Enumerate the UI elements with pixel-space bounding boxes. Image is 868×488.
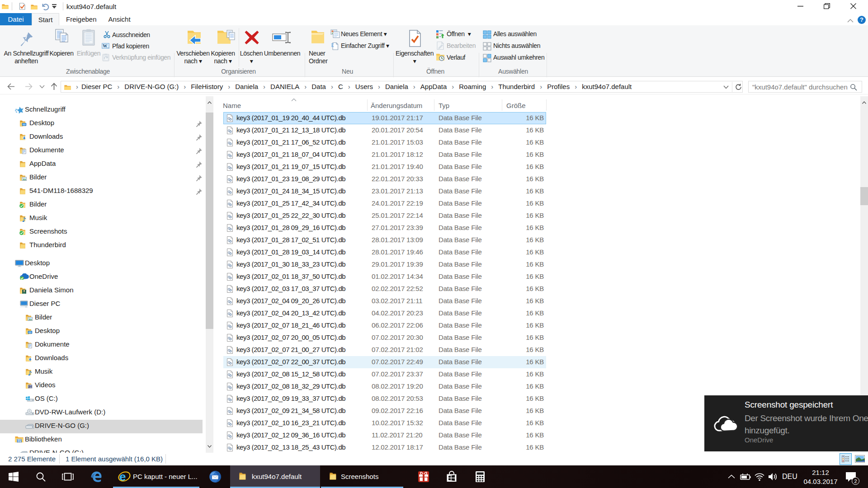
svg-text:...: ... xyxy=(106,45,109,49)
